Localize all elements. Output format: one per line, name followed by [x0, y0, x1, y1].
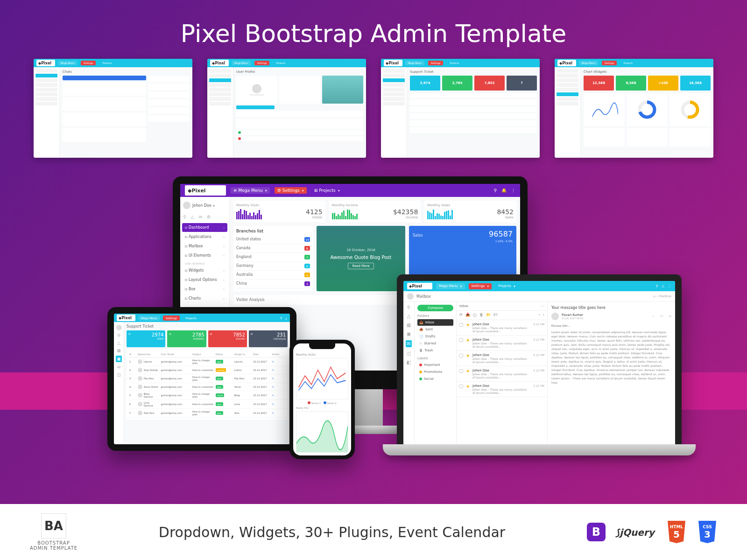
forward-icon[interactable]: ↪	[669, 315, 671, 318]
mail-item[interactable]: ★Johen DoeJohen Doe – There are many var…	[457, 336, 547, 351]
apps-icon[interactable]: ▣	[407, 331, 411, 336]
inbox-toolbar[interactable]: ⟳ 📥 ⓘ 🗑 📁 🏷 ‹ ›	[457, 311, 547, 320]
folder-starred[interactable]: ☆Starred	[417, 340, 453, 347]
sidebar-item-applications[interactable]: ▫ Applications›	[182, 232, 227, 241]
avatar[interactable]	[407, 293, 414, 300]
search-icon[interactable]: ⚲	[493, 188, 497, 193]
compose-button[interactable]: Compose	[417, 305, 453, 311]
folder-drafts[interactable]: 📄Drafts	[417, 333, 453, 340]
menu-icon[interactable]: ⋮	[668, 284, 671, 288]
checkbox[interactable]	[459, 354, 463, 357]
search-icon[interactable]: ⚲	[117, 333, 120, 338]
sidebar-item-layout-options[interactable]: ▫ Layout Options›	[182, 275, 227, 284]
star-icon[interactable]: ★	[466, 353, 470, 358]
sidebar-item-widgets[interactable]: ▫ Widgets›	[182, 266, 227, 275]
sidebar-item-ui-elements[interactable]: ▫ UI Elements›	[182, 251, 227, 260]
info-icon[interactable]: ⓘ	[473, 313, 477, 318]
bell-icon[interactable]: △	[191, 215, 194, 219]
search-icon[interactable]: ⚲	[280, 316, 282, 320]
bell-icon[interactable]: 🔔	[501, 188, 507, 193]
sidebar-item-dashboard[interactable]: ▫ Dashboard›	[182, 223, 227, 232]
mail-item[interactable]: ★Johen DoeJohen Doe – There are many var…	[457, 351, 547, 366]
branch-item[interactable]: China3	[236, 280, 310, 288]
folder-sent[interactable]: 📤Sent	[417, 326, 453, 333]
mail-icon[interactable]: ✉	[199, 215, 203, 219]
table-row[interactable]: 1Libertogemini@emp.comHow to change plan…	[128, 357, 286, 366]
bell-icon[interactable]: △	[662, 284, 664, 288]
mail-item[interactable]: ★Johen DoeJohen Doe – There are many var…	[457, 320, 547, 336]
star-icon[interactable]: ★	[466, 384, 470, 389]
dashboard-icon[interactable]: ▦	[117, 348, 121, 353]
search-icon[interactable]: ⚲	[183, 215, 186, 219]
checkbox[interactable]	[459, 369, 463, 373]
search-icon[interactable]: ⚲	[407, 305, 410, 310]
label-promotions[interactable]: Promotions	[417, 369, 453, 375]
branch-item[interactable]: Germany6	[236, 262, 310, 271]
trash-icon[interactable]: 🗑	[479, 313, 483, 318]
branch-item[interactable]: Canada8	[236, 244, 310, 253]
star-icon[interactable]: ★	[466, 338, 470, 343]
bell-icon[interactable]: △	[407, 314, 411, 319]
table-row[interactable]: 6Lena Opriovagemini@emp.comHow to custom…	[128, 400, 286, 409]
thumbnail-profile[interactable]: ◆ Pixel Mega Menu Settings Projects User…	[207, 59, 366, 158]
dashboard-icon[interactable]: ▦	[407, 322, 411, 328]
sidebar-user[interactable]: Johen Doe ▾	[182, 200, 227, 213]
sidebar-item-mailbox[interactable]: ▫ Mailbox›	[182, 242, 227, 251]
nav-mega-menu[interactable]: ≡ Mega Menu	[231, 187, 270, 194]
search-icon[interactable]: ⚲	[655, 284, 658, 288]
brand-logo[interactable]: ◆ Pixel	[185, 185, 226, 196]
mail-icon[interactable]: ✉	[117, 365, 121, 370]
checkbox[interactable]	[459, 323, 463, 327]
checkbox[interactable]	[459, 338, 463, 342]
menu-icon[interactable]: ⋮	[511, 188, 515, 193]
ui-icon[interactable]: ◫	[117, 372, 121, 377]
apps-icon[interactable]: ▣	[116, 356, 122, 362]
nav-settings[interactable]: Settings	[163, 315, 180, 321]
mail-icon[interactable]: ✉	[406, 340, 411, 347]
reply-icon[interactable]: ↩	[660, 315, 663, 318]
nav-projects[interactable]: Projects	[183, 315, 199, 321]
ui-icon[interactable]: ◫	[407, 351, 411, 356]
branch-item[interactable]: United states14	[236, 235, 310, 244]
sidebar-item-box[interactable]: ▫ Box›	[182, 285, 227, 294]
nav-settings[interactable]: Settings	[469, 283, 492, 289]
mail-item[interactable]: ★Johen DoeJohen Doe – There are many var…	[457, 366, 547, 382]
bell-icon[interactable]: △	[117, 341, 120, 345]
read-more-button[interactable]: Read More	[348, 263, 374, 269]
label-important[interactable]: Important	[417, 362, 453, 368]
widgets-icon[interactable]: ◧	[407, 360, 411, 365]
tag-icon[interactable]: 🏷	[493, 313, 497, 318]
nav-projects[interactable]: ⊞ Projects	[311, 187, 343, 194]
brand-logo[interactable]: ◆ Pixel	[117, 315, 135, 321]
mail-item[interactable]: ★Johen DoeJohen Doe – There are many var…	[457, 382, 547, 397]
table-row[interactable]: 7Alex Rodgemini@emp.comHow to change pla…	[128, 409, 286, 418]
table-row[interactable]: 3Fila Ohiogemini@emp.comHow to change pl…	[128, 374, 286, 383]
branch-item[interactable]: England7	[236, 253, 310, 262]
archive-icon[interactable]: 📥	[465, 313, 470, 318]
star-icon[interactable]: ☆	[652, 315, 655, 318]
thumbnail-support[interactable]: ◆ Pixel Mega Menu Settings Projects Supp…	[381, 59, 540, 158]
next-icon[interactable]: ›	[543, 313, 544, 318]
nav-projects[interactable]: Projects	[495, 283, 518, 289]
gear-icon[interactable]: ⚙	[207, 215, 211, 219]
checkbox[interactable]	[459, 385, 463, 388]
thumbnail-chats[interactable]: ◆ Pixel Mega Menu Settings Projects Chat…	[34, 59, 192, 158]
folder-trash[interactable]: 🗑Trash	[417, 347, 453, 354]
label-social[interactable]: Social	[417, 376, 453, 382]
folder-inbox[interactable]: 📥Inbox	[417, 319, 453, 326]
sidebar-item-charts[interactable]: ▫ Charts›	[182, 294, 227, 303]
nav-settings[interactable]: ⚙ Settings	[275, 187, 307, 194]
nav-mega-menu[interactable]: Mega Menu	[436, 283, 465, 289]
branch-item[interactable]: Australia4	[236, 271, 310, 280]
table-row[interactable]: 4Steve Atmelgemini@emp.comHow to customi…	[128, 383, 286, 391]
star-icon[interactable]: ★	[466, 369, 470, 373]
table-row[interactable]: 2Stan Delvakgemini@emp.comHow to customi…	[128, 366, 286, 374]
refresh-icon[interactable]: ⟳	[459, 313, 463, 318]
bell-icon[interactable]: △	[285, 316, 287, 320]
nav-mega-menu[interactable]: Mega Menu	[138, 315, 160, 321]
thumbnail-charts[interactable]: ◆ Pixel Mega Menu Settings Projects Char…	[555, 59, 713, 158]
table-row[interactable]: 5Boby Ganovagemini@emp.comHow to change …	[128, 391, 286, 400]
brand-logo[interactable]: ◆ Pixel	[407, 283, 432, 289]
avatar[interactable]	[116, 325, 122, 330]
quote-card[interactable]: 16 October, 2018 Awesome Quote Blog Post…	[317, 226, 405, 291]
